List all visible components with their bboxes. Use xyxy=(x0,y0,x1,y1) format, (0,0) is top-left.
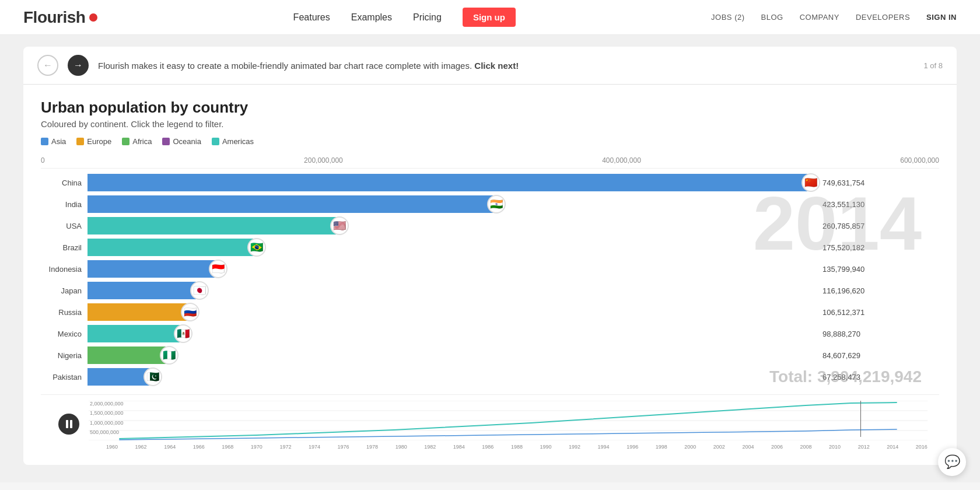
table-row: China🇨🇳749,631,754 xyxy=(88,173,811,192)
nav-company[interactable]: COMPANY xyxy=(800,13,839,22)
x-axis-label: 0 xyxy=(41,156,45,164)
bar-fill: 🇮🇩 xyxy=(88,260,218,278)
table-row: Pakistan🇵🇰67,258,473 xyxy=(88,368,811,386)
logo[interactable]: Flourish xyxy=(23,8,97,27)
timeline-x-label: 2012 xyxy=(858,444,870,450)
table-row: Russia🇷🇺106,512,371 xyxy=(88,303,811,321)
bar-country-label: Indonesia xyxy=(41,265,88,274)
chart-container: Urban population by country Coloured by … xyxy=(23,85,957,465)
x-axis: 0200,000,000400,000,000600,000,000 xyxy=(41,156,939,169)
nav-developers[interactable]: DEVELOPERS xyxy=(856,13,910,22)
timeline-y-labels: 2,000,000,0001,500,000,0001,000,000,0005… xyxy=(89,401,124,439)
nav-jobs[interactable]: JOBS (2) xyxy=(711,13,744,22)
bar-value: 98,888,270 xyxy=(822,330,860,338)
legend-item-europe[interactable]: Europe xyxy=(76,137,111,146)
legend-color xyxy=(41,138,48,145)
bar-track: 🇲🇽98,888,270 xyxy=(88,325,811,342)
bar-country-label: Brazil xyxy=(41,243,88,252)
nav-blog[interactable]: BLOG xyxy=(761,13,783,22)
timeline-y-label: 1,000,000,000 xyxy=(89,420,124,426)
tutorial-cta: Click next! xyxy=(474,61,519,71)
chart-title: Urban population by country xyxy=(41,99,939,117)
bar-value: 84,607,629 xyxy=(822,351,860,360)
timeline-x-label: 2008 xyxy=(800,444,812,450)
x-axis-label: 200,000,000 xyxy=(304,156,343,164)
right-arrow-icon: → xyxy=(74,60,83,71)
bar-value: 175,520,182 xyxy=(822,243,864,252)
bar-track: 🇷🇺106,512,371 xyxy=(88,303,811,321)
legend-item-oceania[interactable]: Oceania xyxy=(162,137,201,146)
timeline-x-label: 1994 xyxy=(598,444,610,450)
timeline-y-label: 500,000,000 xyxy=(89,429,124,435)
bar-value: 106,512,371 xyxy=(822,308,864,317)
timeline-section: 2,000,000,0001,500,000,0001,000,000,0005… xyxy=(41,394,939,453)
table-row: Nigeria🇳🇬84,607,629 xyxy=(88,346,811,365)
timeline-x-label: 2004 xyxy=(742,444,754,450)
timeline-x-label: 1980 xyxy=(396,444,407,450)
timeline-x-label: 1962 xyxy=(135,444,147,450)
bar-value: 135,799,940 xyxy=(822,265,864,274)
logo-dot xyxy=(89,13,97,22)
x-axis-label: 600,000,000 xyxy=(900,156,939,164)
table-row: USA🇺🇸260,785,857 xyxy=(88,216,811,235)
timeline-y-label: 1,500,000,000 xyxy=(89,410,124,416)
timeline-x-label: 1992 xyxy=(569,444,580,450)
bar-flag: 🇮🇩 xyxy=(210,261,226,277)
timeline-x-label: 1974 xyxy=(309,444,320,450)
pause-button[interactable] xyxy=(58,414,79,435)
legend-item-americas[interactable]: Americas xyxy=(212,137,254,146)
legend-item-asia[interactable]: Asia xyxy=(41,137,66,146)
table-row: India🇮🇳423,551,130 xyxy=(88,195,811,214)
timeline-x-label: 2014 xyxy=(887,444,898,450)
next-arrow-button[interactable]: → xyxy=(68,55,89,76)
nav-signup-button[interactable]: Sign up xyxy=(463,8,516,27)
timeline-x-label: 1978 xyxy=(366,444,378,450)
bar-fill: 🇷🇺 xyxy=(88,303,190,321)
prev-arrow-button[interactable]: ← xyxy=(37,55,58,76)
chart-subtitle: Coloured by continent. Click the legend … xyxy=(41,119,939,129)
bar-fill: 🇳🇬 xyxy=(88,346,169,364)
timeline-x-label: 1996 xyxy=(626,444,638,450)
bar-flag: 🇳🇬 xyxy=(161,347,177,363)
legend-item-africa[interactable]: Africa xyxy=(122,137,152,146)
legend-color xyxy=(212,138,219,145)
timeline-x-label: 1984 xyxy=(453,444,465,450)
timeline-x-label: 2000 xyxy=(684,444,696,450)
chat-icon: 💬 xyxy=(944,454,960,470)
legend-label: Asia xyxy=(51,137,66,146)
x-axis-label: 400,000,000 xyxy=(602,156,641,164)
bar-value: 749,631,754 xyxy=(822,178,864,187)
bar-flag: 🇺🇸 xyxy=(331,218,348,234)
bar-flag: 🇧🇷 xyxy=(249,239,265,256)
bar-country-label: USA xyxy=(41,222,88,230)
bar-track: 🇵🇰67,258,473 xyxy=(88,368,811,386)
nav-features[interactable]: Features xyxy=(293,12,330,23)
navbar: Flourish Features Examples Pricing Sign … xyxy=(0,0,980,35)
nav-examples[interactable]: Examples xyxy=(351,12,392,23)
bar-flag: 🇷🇺 xyxy=(182,304,198,320)
bar-track: 🇮🇩135,799,940 xyxy=(88,260,811,278)
chat-bubble-button[interactable]: 💬 xyxy=(938,448,966,476)
bar-track: 🇺🇸260,785,857 xyxy=(88,217,811,235)
bar-country-label: India xyxy=(41,200,88,209)
bar-value: 116,196,620 xyxy=(822,286,864,295)
table-row: Mexico🇲🇽98,888,270 xyxy=(88,324,811,343)
bar-flag: 🇨🇳 xyxy=(803,174,819,191)
bar-fill: 🇺🇸 xyxy=(88,217,340,235)
timeline-x-label: 2002 xyxy=(713,444,725,450)
main-wrapper: ← → Flourish makes it easy to create a m… xyxy=(0,35,980,482)
timeline-x-label: 1982 xyxy=(424,444,436,450)
legend-color xyxy=(76,138,84,145)
bar-track: 🇳🇬84,607,629 xyxy=(88,346,811,364)
timeline-x-label: 2016 xyxy=(916,444,928,450)
legend-label: Americas xyxy=(222,137,254,146)
timeline-x-label: 1988 xyxy=(511,444,523,450)
bar-track: 🇧🇷175,520,182 xyxy=(88,239,811,256)
tutorial-text: Flourish makes it easy to create a mobil… xyxy=(98,61,914,71)
bar-flag: 🇮🇳 xyxy=(488,196,505,212)
timeline-chart: 2,000,000,0001,500,000,0001,000,000,0005… xyxy=(89,401,928,447)
timeline-x-label: 1966 xyxy=(193,444,205,450)
bar-fill: 🇵🇰 xyxy=(88,368,153,386)
nav-signin[interactable]: SIGN IN xyxy=(926,13,957,22)
nav-pricing[interactable]: Pricing xyxy=(413,12,442,23)
